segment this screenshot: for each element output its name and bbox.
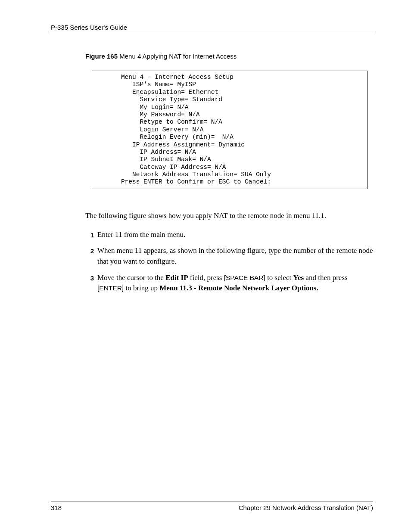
figure-caption: Figure 165 Menu 4 Applying NAT for Inter… bbox=[85, 53, 373, 60]
text-run: to bring up bbox=[124, 284, 159, 292]
text-run: and then press bbox=[304, 274, 348, 282]
text-run: to select bbox=[265, 274, 293, 282]
text-run: Move the cursor to the bbox=[97, 274, 165, 282]
step-3: 3 Move the cursor to the Edit IP field, … bbox=[85, 273, 373, 294]
steps-list: 1 Enter 11 from the main menu. 2 When me… bbox=[85, 230, 373, 294]
step-text: Enter 11 from the main menu. bbox=[97, 230, 373, 240]
step-text: When menu 11 appears, as shown in the fo… bbox=[97, 246, 373, 267]
key-run: [ENTER] bbox=[97, 284, 124, 292]
step-number: 1 bbox=[85, 230, 94, 240]
page-footer: 318 Chapter 29 Network Address Translati… bbox=[51, 501, 373, 511]
key-run: [SPACE BAR] bbox=[224, 274, 265, 281]
figure-label: Figure 165 bbox=[85, 53, 118, 60]
menu4-code-box: Menu 4 - Internet Access Setup ISP's Nam… bbox=[92, 71, 367, 189]
text-run: field, press bbox=[188, 274, 224, 282]
chapter-title: Chapter 29 Network Address Translation (… bbox=[239, 504, 373, 511]
step-number: 3 bbox=[85, 273, 94, 283]
step-number: 2 bbox=[85, 246, 94, 256]
page-number: 318 bbox=[51, 504, 62, 511]
step-2: 2 When menu 11 appears, as shown in the … bbox=[85, 246, 373, 267]
intro-paragraph: The following figure shows how you apply… bbox=[85, 211, 373, 221]
bold-run: Menu 11.3 - Remote Node Network Layer Op… bbox=[159, 284, 318, 292]
step-1: 1 Enter 11 from the main menu. bbox=[85, 230, 373, 240]
figure-title: Menu 4 Applying NAT for Internet Access bbox=[118, 53, 237, 60]
bold-run: Yes bbox=[293, 274, 304, 282]
bold-run: Edit IP bbox=[165, 274, 188, 282]
guide-title: P-335 Series User's Guide bbox=[51, 24, 127, 31]
page-header: P-335 Series User's Guide bbox=[51, 24, 373, 33]
step-text: Move the cursor to the Edit IP field, pr… bbox=[97, 273, 373, 294]
